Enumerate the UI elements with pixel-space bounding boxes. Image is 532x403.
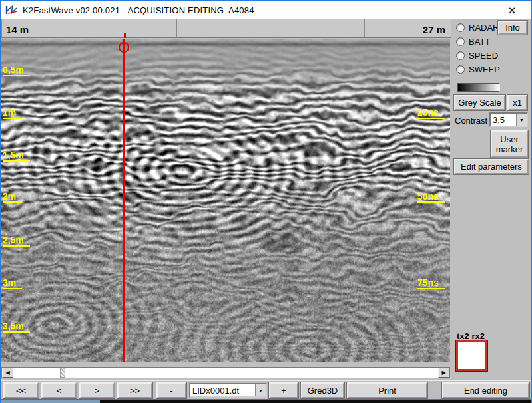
time-label: 25ns [417,108,445,119]
control-panel: RADAR BATT SPEED SWEEP Info Grey Scale x… [451,19,531,380]
rewind-fast-button[interactable]: << [3,382,39,398]
close-icon[interactable]: ✕ [503,3,521,18]
ruler-segment-divider [176,19,177,37]
ruler-end-label: 27 m [423,24,445,35]
info-button[interactable]: Info [498,21,527,35]
trace-marker-line[interactable] [123,39,125,362]
chevron-down-icon[interactable]: ▼ [255,384,266,396]
bottom-toolbar: << < > >> - LIDx0001.dt ▼ + Gred3D Print… [1,380,531,399]
file-select[interactable]: LIDx0001.dt ▼ [189,383,267,398]
scroll-left-icon[interactable]: ◀ [2,368,13,378]
depth-label: 2,5m [3,235,30,247]
trace-marker-handle[interactable] [119,42,129,53]
depth-label: 1m [3,108,22,119]
forward-fast-button[interactable]: >> [117,382,152,398]
radio-batt-label: BATT [469,37,490,47]
radio-icon[interactable] [456,51,465,60]
ruler-segment-divider [364,19,365,37]
distance-ruler: 14 m 27 m [1,19,451,38]
contrast-value: 3,5 [491,115,516,125]
antenna-status-box [456,340,487,371]
ruler-start-label: 14 m [6,24,29,35]
radio-radar-label: RADAR [469,23,499,33]
chevron-down-icon[interactable]: ▼ [516,114,527,126]
scrollbar-track[interactable] [13,368,438,378]
file-name-value: LIDx0001.dt [190,386,255,396]
print-button[interactable]: Print [347,382,427,398]
rewind-button[interactable]: < [41,382,77,398]
depth-label: 0,5m [3,65,30,76]
title-bar: K2FastWave v02.00.021 - ACQUISITION EDIT… [1,0,531,19]
marker-position-tick [124,33,126,38]
radio-speed-label: SPEED [469,51,498,61]
depth-label: 3,5m [3,321,30,333]
time-label: 50ns [417,192,445,203]
radio-icon[interactable] [456,23,465,32]
scroll-right-icon[interactable]: ▶ [438,368,449,378]
file-previous-button[interactable]: - [156,382,186,398]
radio-speed[interactable]: SPEED [456,50,498,61]
radio-batt[interactable]: BATT [456,36,490,47]
scrollbar-thumb[interactable] [60,368,65,378]
user-marker-button[interactable]: User marker [491,130,528,158]
scan-column: 14 m 27 m 0,5m 1m 1,5m 2m 2,5m 3m 3,5m 2… [1,19,451,380]
zoom-x1-button[interactable]: x1 [507,95,527,110]
antenna-label: tx2 rx2 [457,331,485,341]
edit-parameters-button[interactable]: Edit parameters [454,159,529,174]
radio-icon[interactable] [456,65,465,74]
radargram-view[interactable]: 0,5m 1m 1,5m 2m 2,5m 3m 3,5m 25ns 50ns 7… [1,39,450,362]
grey-scale-button[interactable]: Grey Scale [454,95,505,110]
greyscale-gradient-bar [457,83,500,92]
depth-label: 3m [3,278,22,289]
main-area: 14 m 27 m 0,5m 1m 1,5m 2m 2,5m 3m 3,5m 2… [1,19,531,380]
contrast-label: Contrast [455,116,487,126]
gred3d-button[interactable]: Gred3D [301,382,344,398]
contrast-select[interactable]: 3,5 ▼ [489,112,528,127]
horizontal-scrollbar[interactable]: ◀ ▶ [1,367,450,378]
radio-sweep-label: SWEEP [469,65,500,74]
gpr-scan-canvas[interactable] [1,39,450,362]
window-title: K2FastWave v02.00.021 - ACQUISITION EDIT… [23,5,254,15]
forward-button[interactable]: > [79,382,115,398]
end-editing-button[interactable]: End editing [442,382,529,398]
radio-icon[interactable] [456,37,465,46]
time-label: 75ns [417,278,445,289]
radio-radar[interactable]: RADAR [456,22,499,33]
app-logo-icon [5,5,19,15]
file-next-button[interactable]: + [269,382,298,398]
app-window: K2FastWave v02.00.021 - ACQUISITION EDIT… [0,0,532,403]
radio-sweep[interactable]: SWEEP [456,64,500,74]
depth-label: 1,5m [3,150,30,162]
window-bottom-edge-left [1,400,100,403]
window-bottom-edge [1,399,531,403]
depth-label: 2m [3,192,22,203]
